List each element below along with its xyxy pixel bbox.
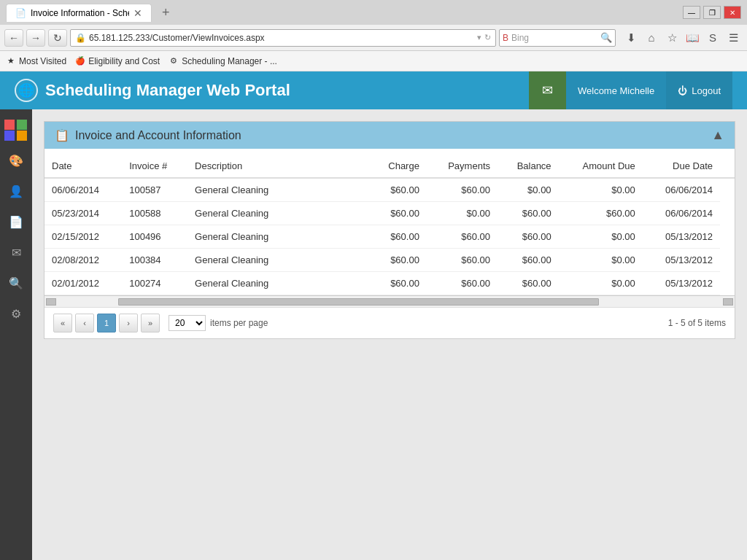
col-balance: Balance	[498, 155, 559, 178]
refresh-icon[interactable]: ↻	[484, 33, 491, 42]
table-row[interactable]: 02/01/2012100274General Cleaning$60.00$6…	[44, 272, 735, 295]
search-bar[interactable]: B Bing 🔍	[499, 29, 616, 47]
minimize-btn[interactable]: —	[683, 6, 700, 19]
sidebar-icon-palette[interactable]: 🎨	[1, 146, 31, 175]
download-icon[interactable]: ⬇	[622, 29, 640, 47]
table-cell: 02/01/2012	[44, 272, 122, 295]
sidebar-icon-person[interactable]: 👤	[1, 176, 31, 206]
bookmark-most-visited[interactable]: ★ Most Visited	[6, 56, 66, 66]
col-amount-due: Amount Due	[559, 155, 643, 178]
table-cell: 05/13/2012	[643, 272, 720, 295]
eligibility-favicon: 🍎	[75, 56, 85, 66]
color-cell-blue	[4, 131, 15, 141]
table-cell: $60.00	[370, 178, 427, 202]
table-cell: 100274	[122, 272, 187, 295]
section-header: 📋 Invoice and Account Information ▲	[44, 122, 735, 149]
table-cell: $60.00	[498, 249, 559, 272]
table-cell: $60.00	[370, 272, 427, 295]
search-engine-icon: B	[503, 33, 508, 43]
address-bar[interactable]: 🔒 65.181.125.233/Customer/ViewInvoices.a…	[70, 29, 496, 47]
scroll-right-btn[interactable]	[723, 298, 733, 306]
maximize-btn[interactable]: ❐	[703, 6, 721, 19]
table-cell: $60.00	[427, 249, 498, 272]
table-cell: 02/15/2012	[44, 225, 122, 249]
table-row[interactable]: 02/15/2012100496General Cleaning$60.00$6…	[44, 225, 735, 249]
table-cell: $0.00	[559, 249, 643, 272]
new-tab-btn[interactable]: +	[158, 4, 174, 22]
sidebar-icon-grid[interactable]	[1, 115, 31, 144]
col-charge: Charge	[370, 155, 427, 178]
sidebar-icon-settings[interactable]: ⚙	[1, 299, 31, 328]
active-tab[interactable]: 📄 Invoice Information - Scheduling ... ✕	[6, 4, 152, 22]
welcome-text: Welcome Michelle	[566, 71, 666, 109]
globe-icon: 🌐	[15, 79, 38, 102]
table-cell: $60.00	[498, 202, 559, 225]
bookmark-icon[interactable]: 📖	[683, 29, 702, 47]
app-logo: 🌐 Scheduling Manager Web Portal	[15, 79, 529, 102]
invoice-table: Date Invoice # Description Charge Paymen…	[44, 155, 735, 295]
scroll-spacer	[720, 155, 735, 178]
sidebar-icon-mail[interactable]: ✉	[1, 238, 31, 267]
table-row[interactable]: 02/08/2012100384General Cleaning$60.00$6…	[44, 249, 735, 272]
logout-label: Logout	[692, 85, 721, 96]
scheduling-favicon: ⚙	[169, 56, 179, 66]
color-cell-red	[4, 120, 15, 130]
table-cell: $0.00	[498, 178, 559, 202]
table-cell: $60.00	[370, 249, 427, 272]
search-input-placeholder: Bing	[511, 33, 597, 43]
section-title: 📋 Invoice and Account Information	[55, 128, 241, 142]
table-cell: 02/08/2012	[44, 249, 122, 272]
table-cell: 100496	[122, 225, 187, 249]
col-invoice: Invoice #	[122, 155, 187, 178]
next-page-btn[interactable]: ›	[119, 314, 138, 332]
prev-page-btn[interactable]: ‹	[75, 314, 94, 332]
close-btn[interactable]: ✕	[724, 6, 741, 19]
table-row[interactable]: 05/23/2014100588General Cleaning$60.00$0…	[44, 202, 735, 225]
table-cell: 05/13/2012	[643, 225, 720, 249]
eligibility-label: Eligibility and Cost	[88, 56, 160, 66]
app-title: Scheduling Manager Web Portal	[45, 81, 290, 100]
table-cell: General Cleaning	[187, 249, 370, 272]
table-cell: $60.00	[427, 225, 498, 249]
table-cell: $60.00	[559, 202, 643, 225]
star-icon[interactable]: ☆	[662, 29, 681, 47]
most-visited-favicon: ★	[6, 56, 16, 66]
table-row[interactable]: 06/06/2014100587General Cleaning$60.00$6…	[44, 178, 735, 202]
back-btn[interactable]: ←	[4, 29, 23, 47]
per-page-select[interactable]: 20 50 100	[169, 315, 206, 331]
sidebar-icon-document[interactable]: 📄	[1, 207, 31, 236]
main-content: 📋 Invoice and Account Information ▲ Date…	[32, 109, 747, 560]
search-magnifier-icon[interactable]: 🔍	[600, 32, 612, 43]
address-dropdown-icon[interactable]: ▾	[477, 33, 481, 42]
table-cell: $60.00	[370, 202, 427, 225]
table-cell: 06/06/2014	[643, 178, 720, 202]
bookmark-scheduling[interactable]: ⚙ Scheduling Manager - ...	[169, 56, 277, 66]
color-cell-orange	[17, 131, 27, 141]
bookmark-eligibility[interactable]: 🍎 Eligibility and Cost	[75, 56, 160, 66]
skype-icon[interactable]: S	[703, 29, 722, 47]
first-page-btn[interactable]: «	[53, 314, 72, 332]
reload-btn[interactable]: ↻	[48, 29, 67, 47]
table-cell: $60.00	[370, 225, 427, 249]
logout-btn[interactable]: ⏻ Logout	[666, 71, 732, 109]
forward-btn[interactable]: →	[26, 29, 45, 47]
sidebar-icon-search[interactable]: 🔍	[1, 268, 31, 298]
tab-close-btn[interactable]: ✕	[133, 7, 142, 19]
nav-bar: ← → ↻ 🔒 65.181.125.233/Customer/ViewInvo…	[0, 25, 747, 51]
table-cell: 05/23/2014	[44, 202, 122, 225]
email-btn[interactable]: ✉	[529, 71, 566, 109]
page-1-btn[interactable]: 1	[97, 314, 116, 332]
horizontal-scrollbar[interactable]	[44, 295, 735, 307]
color-grid-icon	[4, 120, 28, 141]
power-icon: ⏻	[678, 85, 687, 96]
collapse-btn[interactable]: ▲	[711, 128, 724, 143]
col-description: Description	[187, 155, 370, 178]
last-page-btn[interactable]: »	[141, 314, 160, 332]
menu-icon[interactable]: ☰	[724, 29, 743, 47]
table-cell: $60.00	[427, 272, 498, 295]
scroll-left-btn[interactable]	[46, 298, 56, 306]
secure-icon: 🔒	[75, 33, 86, 43]
scrollbar-thumb[interactable]	[118, 298, 599, 306]
table-cell: $60.00	[498, 272, 559, 295]
home-icon[interactable]: ⌂	[642, 29, 661, 47]
